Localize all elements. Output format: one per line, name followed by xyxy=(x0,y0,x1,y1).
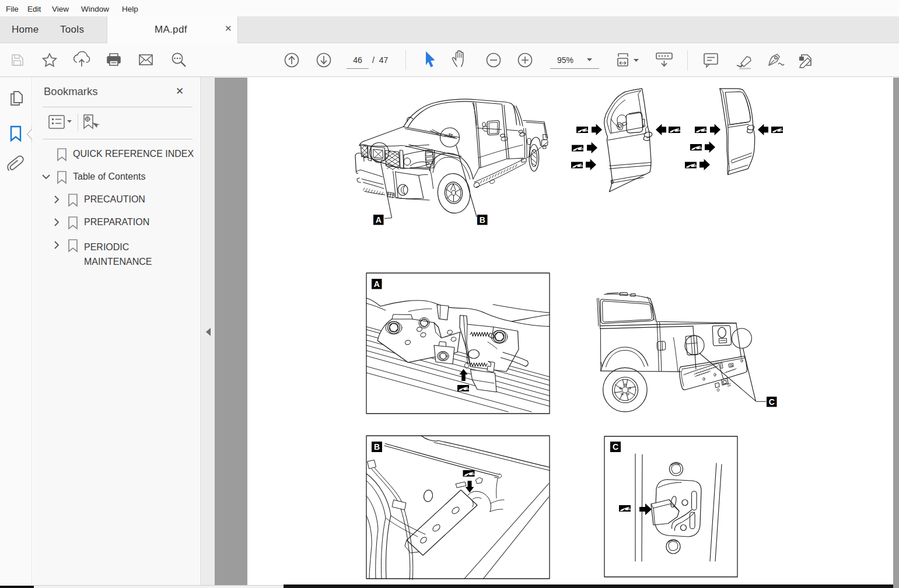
svg-text:C: C xyxy=(769,397,775,407)
svg-text:B: B xyxy=(480,215,485,225)
svg-text:B: B xyxy=(374,442,380,452)
svg-text:A: A xyxy=(374,279,380,289)
svg-text:C: C xyxy=(613,442,618,452)
svg-text:A: A xyxy=(376,215,382,225)
